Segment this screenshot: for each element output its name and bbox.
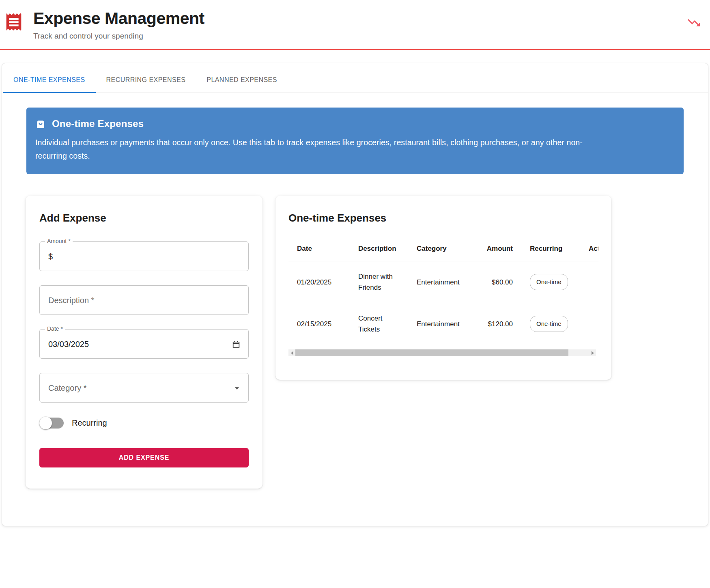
- calendar-icon[interactable]: [232, 340, 241, 349]
- app-header: Expense Management Track and control you…: [0, 0, 710, 49]
- tab-recurring-expenses[interactable]: RECURRING EXPENSES: [96, 63, 196, 93]
- banner-title: One-time Expenses: [52, 118, 144, 129]
- tabs-bar: ONE-TIME EXPENSES RECURRING EXPENSES PLA…: [2, 63, 708, 93]
- scroll-left-icon: [291, 351, 293, 355]
- cell-description: Concert Tickets: [350, 303, 404, 345]
- column-header-category: Category: [404, 237, 473, 261]
- tab-planned-expenses[interactable]: PLANNED EXPENSES: [196, 63, 287, 93]
- one-time-chip: One-time: [530, 274, 568, 290]
- page-title: Expense Management: [33, 8, 204, 28]
- main-content-card: ONE-TIME EXPENSES RECURRING EXPENSES PLA…: [2, 63, 708, 526]
- header-divider: [0, 49, 710, 50]
- cell-amount: $120.00: [473, 303, 518, 345]
- column-header-actions: Actions: [577, 237, 598, 261]
- table-row: 02/15/2025 Concert Tickets Entertainment…: [288, 303, 598, 345]
- recurring-toggle[interactable]: [39, 417, 65, 429]
- date-label: Date *: [45, 325, 65, 332]
- description-label: Description *: [48, 295, 94, 305]
- expenses-table-panel: One-time Expenses Date Description Categ…: [275, 196, 611, 380]
- scroll-right-icon: [592, 351, 594, 355]
- cell-date: 02/15/2025: [288, 303, 350, 345]
- cell-date: 01/20/2025: [288, 261, 350, 303]
- date-value: 03/03/2025: [48, 339, 89, 349]
- column-header-date: Date: [288, 237, 350, 261]
- page-subtitle: Track and control your spending: [33, 32, 204, 41]
- add-expense-title: Add Expense: [39, 212, 249, 224]
- column-header-amount: Amount: [473, 237, 518, 261]
- date-field[interactable]: Date * 03/03/2025: [39, 329, 249, 359]
- tab-one-time-expenses[interactable]: ONE-TIME EXPENSES: [3, 63, 96, 93]
- cell-description: Dinner with Friends: [350, 261, 404, 303]
- cell-category: Entertainment: [404, 261, 473, 303]
- add-expense-button[interactable]: ADD EXPENSE: [39, 448, 249, 467]
- table-row: 01/20/2025 Dinner with Friends Entertain…: [288, 261, 598, 303]
- banner-description: Individual purchases or payments that oc…: [35, 136, 603, 163]
- category-select[interactable]: Category *: [39, 373, 249, 403]
- expenses-table-title: One-time Expenses: [288, 212, 598, 224]
- trending-down-icon: [686, 15, 701, 30]
- horizontal-scrollbar[interactable]: [288, 349, 596, 356]
- scrollbar-thumb[interactable]: [295, 349, 568, 356]
- description-field[interactable]: Description *: [39, 285, 249, 315]
- scroll-left-button[interactable]: [288, 349, 295, 356]
- column-header-description: Description: [350, 237, 404, 261]
- cell-recurring: One-time: [518, 261, 577, 303]
- shopping-bag-icon: [35, 118, 46, 129]
- scroll-right-button[interactable]: [589, 349, 596, 356]
- expenses-table: Date Description Category Amount Recurri…: [288, 237, 598, 345]
- one-time-chip: One-time: [530, 316, 568, 332]
- scrollbar-track[interactable]: [295, 349, 589, 356]
- table-header-row: Date Description Category Amount Recurri…: [288, 237, 598, 261]
- amount-prefix: $: [48, 252, 53, 261]
- cell-recurring: One-time: [518, 303, 577, 345]
- column-header-recurring: Recurring: [518, 237, 577, 261]
- amount-field[interactable]: Amount * $: [39, 241, 249, 271]
- cell-amount: $60.00: [473, 261, 518, 303]
- receipt-icon: [6, 11, 22, 33]
- category-label: Category *: [48, 383, 87, 392]
- expenses-table-scroll-area: Date Description Category Amount Recurri…: [288, 237, 598, 345]
- toggle-knob: [39, 417, 52, 429]
- add-expense-panel: Add Expense Amount * $ Description * Dat…: [26, 196, 262, 489]
- cell-category: Entertainment: [404, 303, 473, 345]
- chevron-down-icon: [235, 387, 239, 390]
- amount-label: Amount *: [45, 238, 73, 244]
- cell-actions: [577, 303, 598, 345]
- recurring-toggle-label: Recurring: [72, 418, 107, 428]
- info-banner: One-time Expenses Individual purchases o…: [26, 108, 684, 174]
- cell-actions: [577, 261, 598, 303]
